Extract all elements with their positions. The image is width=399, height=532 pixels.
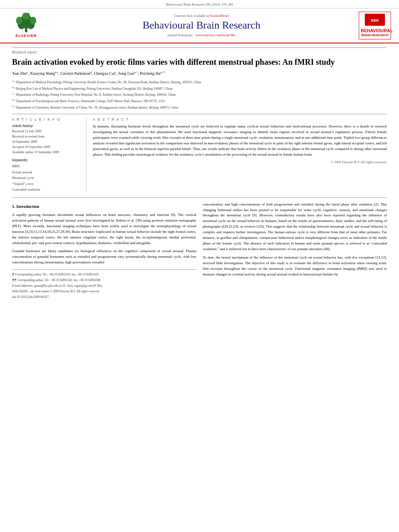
journal-logo-box: BBR BEHAVIOURAL BRAIN RESEARCH (359, 12, 391, 39)
keywords-label: Keywords: (12, 158, 82, 162)
copyright-line: © 2009 Elsevier B.V. All rights reserved… (93, 160, 387, 164)
article-title: Brain activation evoked by erotic films … (12, 57, 387, 67)
article-dates: Received 22 July 2009 Received in revise… (12, 129, 82, 155)
body-column-2: concentration, and high concentrations o… (203, 202, 387, 301)
keyword-2: Sexual arousal (12, 169, 82, 175)
section1-title: 1. Introduction (12, 203, 196, 210)
keyword-4: “Tripled” z-test (12, 181, 82, 187)
accepted-date: Accepted 18 September 2009 (12, 145, 82, 150)
bbr-logo-icon: BBR (365, 14, 385, 26)
abstract-text: In humans, fluctuating hormone levels th… (93, 124, 387, 158)
body-para-2: Gonadal hormones are likely candidates f… (12, 249, 196, 265)
bbr-line3: RESEARCH (372, 33, 389, 37)
main-content: Research report Brain activation evoked … (0, 43, 399, 304)
revised-date-2: 14 September 2009 (12, 140, 82, 145)
bbr-line2: BRAIN (361, 33, 371, 37)
article-info-abstract-section: A R T I C L E I N F O Article history: R… (12, 114, 387, 192)
keyword-5: Concealed ovulation (12, 187, 82, 192)
keywords-block: Keywords: fMRI Sexual arousal Menstrual … (12, 158, 82, 192)
available-date: Available online 23 September 2009 (12, 150, 82, 155)
footnote-issn: 0166-4328/$ – see front matter © 2009 El… (12, 289, 196, 294)
page-wrapper: Behavioural Brain Research 206 (2010) 27… (0, 0, 399, 532)
article-section-label: Research report (12, 47, 387, 54)
affiliation-a: a ᵃ Department of Medical Psychology, Pe… (12, 79, 387, 85)
affiliation-e: e ᵉ Department of Chemistry, Renmin Univ… (12, 104, 387, 110)
svg-point-4 (16, 17, 22, 25)
body-para-4: To date, the neural mechanism of the inf… (203, 255, 387, 277)
svg-text:BBR: BBR (371, 18, 379, 23)
abstract-heading: A B S T R A C T (93, 117, 387, 121)
sciencedirect-link[interactable]: ScienceDirect (210, 14, 229, 18)
svg-point-5 (30, 17, 36, 25)
journal-reference: Behavioural Brain Research 206 (2010) 27… (0, 0, 399, 8)
revised-date: Received in revised form (12, 134, 82, 140)
footnote-corresponding1: ⁋ Corresponding author. Tel.: +86 10 828… (12, 272, 196, 277)
homepage-link[interactable]: www.elsevier.com/locate/bbr (195, 33, 235, 37)
elsevier-logo: ELSEVIER (8, 13, 44, 38)
abstract-column: A B S T R A C T In humans, fluctuating h… (93, 117, 387, 192)
received-date: Received 22 July 2009 (12, 129, 82, 134)
keyword-1: fMRI (12, 163, 82, 169)
article-history-block: Article history: Received 22 July 2009 R… (12, 124, 82, 155)
article-info-heading: A R T I C L E I N F O (12, 117, 82, 121)
authors-line: Xun Zhua, Xiaoying Wangb,c, Carolyn Park… (12, 70, 387, 76)
journal-title-area: Contents lists available at ScienceDirec… (44, 14, 359, 37)
keywords-list: fMRI Sexual arousal Menstrual cycle “Tri… (12, 163, 82, 192)
footnotes-area: ⁋ Corresponding author. Tel.: +86 10 828… (12, 269, 196, 300)
affiliations: a ᵃ Department of Medical Psychology, Pe… (12, 79, 387, 110)
journal-ref-text: Behavioural Brain Research 206 (2010) 27… (166, 2, 233, 6)
bbr-line1: BEHAVIOURAL (361, 28, 389, 33)
body-column-1: 1. Introduction A rapidly growing litera… (12, 202, 196, 301)
contents-line: Contents lists available at ScienceDirec… (44, 14, 359, 18)
journal-header: ELSEVIER Contents lists available at Sci… (0, 8, 399, 43)
elsevier-label: ELSEVIER (16, 34, 37, 38)
body-area: 1. Introduction A rapidly growing litera… (12, 197, 387, 301)
history-label: Article history: (12, 124, 82, 128)
footnote-email: E-mail addresses: gaoss@hsc.pku.edu.cn (… (12, 283, 196, 288)
footnote-corresponding2: ⁋⁋ Corresponding author. Tel.: +86 10 82… (12, 278, 196, 283)
footnote-doi: doi:10.1016/j.bbr.2009.09.027 (12, 295, 196, 300)
body-para-3: concentration, and high concentrations o… (203, 202, 387, 252)
keyword-3: Menstrual cycle (12, 175, 82, 181)
affiliation-d: d ᵈ Department of Psychological and Brai… (12, 98, 387, 104)
elsevier-tree-icon (14, 13, 38, 33)
affiliation-b: b ᵇ Beijing Key Lab of Medical Physics a… (12, 85, 387, 91)
journal-homepage: journal homepage: www.elsevier.com/locat… (44, 33, 359, 37)
journal-title: Behavioural Brain Research (44, 19, 359, 31)
body-para-1: A rapidly growing literature documents s… (12, 212, 196, 246)
affiliation-c: c ᶜ Department of Radiology, Peking Univ… (12, 91, 387, 97)
article-info-column: A R T I C L E I N F O Article history: R… (12, 117, 86, 192)
